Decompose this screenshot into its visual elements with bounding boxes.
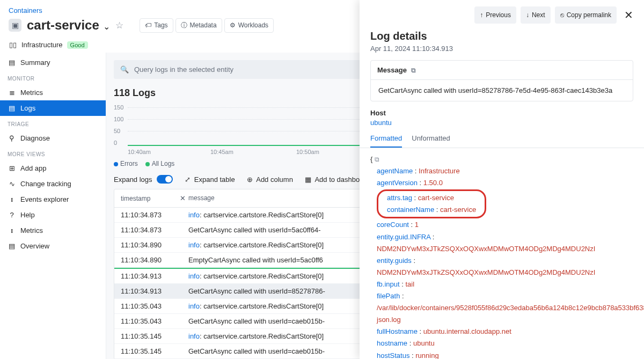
copy-icon[interactable]: ⧉	[411, 67, 416, 74]
panel-title: Log details	[360, 30, 644, 42]
json-field[interactable]: filePath : /var/lib/docker/containers/95…	[377, 290, 633, 326]
col-timestamp[interactable]: timestamp	[121, 194, 180, 202]
expand-logs-toggle[interactable]	[157, 175, 173, 184]
json-field[interactable]: entity.guid.INFRA : NDM2NDYwM3xJTkZSQXxO…	[377, 231, 633, 255]
json-field[interactable]: containerName : cart-service	[387, 204, 476, 216]
entity-icon: ▣	[9, 19, 21, 32]
message-body: GetCartAsync called with userId=85278786…	[371, 80, 633, 101]
sidebar-item-change-tracking[interactable]: ∿Change tracking	[0, 176, 106, 192]
entity-title[interactable]: cart-service ⌄	[27, 18, 110, 33]
infra-label: Infrastructure	[21, 41, 63, 49]
tab-unformatted[interactable]: Unformatted	[412, 134, 450, 148]
sidebar-item-summary[interactable]: ▤Summary	[0, 55, 106, 70]
star-icon[interactable]: ☆	[115, 20, 123, 31]
json-field[interactable]: hostStatus : running	[377, 350, 633, 360]
sidebar-item-metrics[interactable]: ≣Metrics	[0, 85, 106, 100]
sidebar-item-overview[interactable]: ▤Overview	[0, 238, 106, 254]
json-field[interactable]: fullHostname : ubuntu.internal.cloudapp.…	[377, 326, 633, 338]
copy-permalink-button[interactable]: ⎋ Copy permalink	[555, 6, 617, 24]
json-field[interactable]: coreCount : 1	[377, 219, 633, 231]
next-button[interactable]: ↓ Next	[521, 6, 551, 24]
copy-json-icon[interactable]: ⧉	[375, 156, 379, 163]
sidebar: ▤SummaryMONITOR≣Metrics▤LogsTRIAGE⚲Diagn…	[0, 53, 106, 359]
remove-col-icon[interactable]: ✕	[180, 194, 183, 202]
log-detail-panel: ↑ Previous ↓ Next ⎋ Copy permalink ✕ Log…	[360, 0, 644, 359]
add-column-button[interactable]: ⊕ Add column	[247, 175, 293, 184]
previous-button[interactable]: ↑ Previous	[474, 6, 516, 24]
close-icon[interactable]: ✕	[621, 6, 636, 24]
sidebar-item-add-app[interactable]: ⊞Add app	[0, 160, 106, 176]
sidebar-item-help[interactable]: ?Help	[0, 207, 106, 223]
json-field[interactable]: agentName : Infrastructure	[377, 165, 633, 177]
message-label: Message	[377, 66, 407, 74]
sidebar-heading: TRIAGE	[0, 116, 106, 130]
json-viewer[interactable]: { ⧉ agentName : InfrastructureagentVersi…	[360, 148, 644, 359]
header-pills: 🏷TagsⓘMetadata⚙Workloads	[140, 18, 274, 33]
json-field[interactable]: agentVersion : 1.50.0	[377, 177, 633, 189]
sidebar-item-metrics[interactable]: ⫾Metrics	[0, 223, 106, 238]
host-link[interactable]: ubuntu	[370, 119, 392, 127]
sidebar-item-events-explorer[interactable]: ⫾Events explorer	[0, 192, 106, 207]
search-icon: 🔍	[120, 65, 129, 74]
breadcrumb[interactable]: Containers	[9, 6, 42, 14]
json-field[interactable]: fb.input : tail	[377, 279, 633, 290]
panel-timestamp: Apr 11, 2024 11:10:34.913	[360, 42, 644, 60]
json-field[interactable]: hostname : ubuntu	[377, 338, 633, 349]
json-field[interactable]: attrs.tag : cart-service	[387, 192, 476, 204]
col-message[interactable]: message	[188, 194, 215, 202]
header-pill[interactable]: ⚙Workloads	[224, 18, 274, 33]
infra-icon: ▯▯	[9, 41, 17, 49]
sidebar-heading: MONITOR	[0, 70, 106, 85]
status-badge: Good	[67, 41, 88, 49]
sidebar-item-logs[interactable]: ▤Logs	[0, 100, 106, 116]
json-field[interactable]: entity.guids : NDM2NDYwM3xJTkZSQXxOQXwxM…	[377, 255, 633, 279]
header-pill[interactable]: 🏷Tags	[140, 18, 173, 33]
expand-table-button[interactable]: ⤢ Expand table	[185, 175, 235, 184]
sidebar-heading: MORE VIEWS	[0, 146, 106, 160]
header-pill[interactable]: ⓘMetadata	[175, 18, 222, 33]
host-label: Host	[370, 109, 633, 117]
tab-formatted[interactable]: Formatted	[370, 134, 402, 148]
sidebar-item-diagnose[interactable]: ⚲Diagnose	[0, 130, 106, 146]
expand-logs-label: Expand logs	[114, 175, 152, 184]
